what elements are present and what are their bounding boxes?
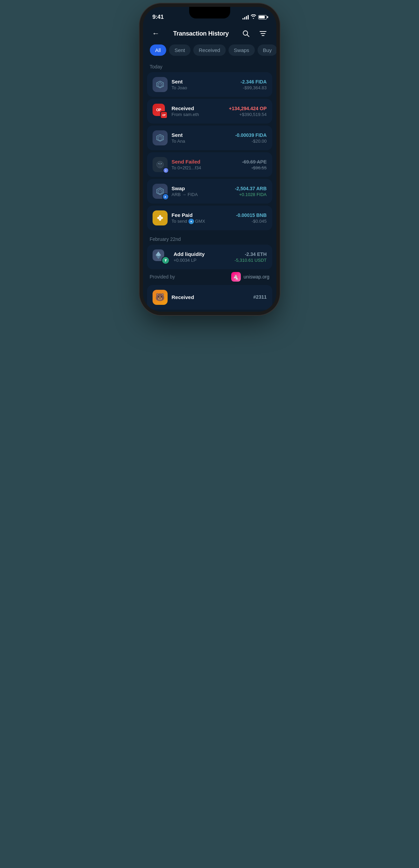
tab-swaps[interactable]: Swaps [228, 44, 255, 56]
uniswap-icon: 🦄 [231, 272, 241, 282]
svg-marker-30 [156, 251, 161, 257]
transaction-item[interactable]: Sent To Ana -0.00039 FIDA -$20.00 [147, 126, 272, 150]
tx-amounts: -2,504.37 ARB +0.1028 FIDA [235, 186, 267, 197]
tx-amount-primary: #2311 [253, 294, 267, 300]
fida-icon [153, 77, 168, 92]
tx-info: Sent To Ana [172, 132, 231, 144]
search-button[interactable] [240, 27, 252, 40]
tx-info: Sent To Joao [172, 79, 237, 90]
tx-amount-secondary: -$20.00 [235, 139, 267, 144]
transaction-item[interactable]: OP OP Received From sam.eth +134,294.424… [147, 99, 272, 124]
tx-amount-primary: -69.69 APE [242, 159, 267, 165]
tx-title: Received [172, 105, 225, 111]
tx-info: Received From sam.eth [172, 105, 225, 117]
tx-title: Swap [172, 185, 231, 191]
tx-subtitle: ARB → FIDA [172, 192, 231, 197]
battery-icon [258, 15, 267, 20]
section-february: February 22nd [143, 234, 276, 245]
tx-info: Send Failed To 0×2f21...f34 [172, 159, 238, 170]
tx-amount-primary: -0.00039 FIDA [235, 132, 267, 138]
arb-badge-icon: A [162, 193, 169, 200]
tx-subtitle: To 0×2f21...f34 [172, 165, 238, 170]
tx-icon-bnb [153, 210, 168, 225]
tx-amount-secondary: +$390,519.54 [229, 112, 266, 117]
tx-subtitle: To Ana [172, 139, 231, 144]
op-small-icon: OP [160, 111, 168, 119]
tx-amounts: #2311 [253, 294, 267, 300]
tx-title: Add liquidity [174, 251, 231, 257]
tx-amounts: -2.34 ETH -5,310.61 USDT [235, 251, 267, 263]
provided-by-service[interactable]: 🦄 uniswap.org [231, 272, 270, 282]
tab-all[interactable]: All [150, 44, 167, 56]
transaction-item[interactable]: Ξ Send Failed To 0×2f21...f34 -69.69 APE… [147, 152, 272, 177]
tx-amounts: -69.69 APE -$96.55 [242, 159, 267, 170]
tx-info: Add liquidity +0.0034 LP [174, 251, 231, 263]
transaction-item[interactable]: ₮ Add liquidity +0.0034 LP -2.34 ETH -5,… [147, 245, 272, 269]
transaction-item-nft[interactable]: 🐻 Received #2311 [147, 285, 272, 310]
tx-icon-fida-sent2 [153, 130, 168, 145]
tx-amount-secondary: -$0.045 [236, 219, 267, 224]
fida-icon [153, 130, 168, 145]
service-name: uniswap.org [244, 274, 270, 280]
tx-amount-primary: -0.00015 BNB [236, 212, 267, 218]
phone-frame: 9:41 ← Transaction His [143, 7, 276, 312]
transaction-item[interactable]: A Swap ARB → FIDA -2,504.37 ARB +0.1028 … [147, 179, 272, 204]
tx-icon-ape-failed: Ξ [153, 157, 168, 172]
tx-info: Swap ARB → FIDA [172, 185, 231, 197]
tx-amounts: -0.00015 BNB -$0.045 [236, 212, 267, 224]
status-icons [243, 14, 267, 20]
tx-amount-primary: -2,504.37 ARB [235, 186, 267, 191]
transaction-list-today: Sent To Joao -2.346 FIDA -$99,364.83 OP … [143, 72, 276, 230]
tx-amount-secondary: -$99,364.83 [240, 85, 266, 90]
tx-amounts: -0.00039 FIDA -$20.00 [235, 132, 267, 144]
tx-subtitle: To Joao [172, 85, 237, 90]
tx-icon-op-received: OP OP [153, 104, 168, 119]
filter-tabs: All Sent Received Swaps Buy Se… [143, 44, 276, 61]
tx-icon-fida-sent [153, 77, 168, 92]
wifi-icon [251, 14, 256, 20]
tab-received[interactable]: Received [193, 44, 226, 56]
tx-title: Sent [172, 132, 231, 138]
back-button[interactable]: ← [150, 27, 162, 40]
signal-icon [243, 15, 249, 20]
search-icon [242, 30, 250, 37]
tab-sent[interactable]: Sent [169, 44, 191, 56]
provided-by-section: Provided by 🦄 uniswap.org [143, 269, 276, 283]
svg-line-1 [247, 35, 249, 37]
tx-icon-arb-swap: A [153, 184, 168, 199]
notch [189, 7, 230, 18]
tx-title: Sent [172, 79, 237, 85]
filter-icon [259, 30, 267, 37]
svg-point-18 [161, 163, 162, 164]
tx-amounts: -2.346 FIDA -$99,364.83 [240, 79, 266, 90]
nft-icon: 🐻 [153, 290, 168, 305]
tx-subtitle: From sam.eth [172, 112, 225, 117]
tx-subtitle: To send ▲ GMX [172, 219, 232, 224]
tx-amount-primary: -2.34 ETH [235, 251, 267, 257]
svg-point-17 [158, 163, 159, 164]
tx-title: Received [172, 294, 249, 300]
filter-button[interactable] [257, 27, 269, 40]
tx-amount-secondary: -5,310.61 USDT [235, 258, 267, 263]
provided-by-label: Provided by [150, 274, 175, 280]
tx-subtitle: +0.0034 LP [174, 258, 231, 263]
bnb-icon [153, 210, 168, 225]
tether-badge-icon: ₮ [161, 256, 170, 264]
page-title: Transaction History [173, 30, 228, 37]
gmx-icon: ▲ [188, 219, 194, 224]
tx-amount-primary: +134,294.424 OP [229, 106, 266, 111]
tx-info: Fee Paid To send ▲ GMX [172, 212, 232, 224]
transaction-item[interactable]: Sent To Joao -2.346 FIDA -$99,364.83 [147, 72, 272, 97]
tx-icon-eth-tether: ₮ [153, 249, 170, 264]
tx-amount-primary: -2.346 FIDA [240, 79, 266, 85]
tx-title-failed: Send Failed [172, 159, 238, 165]
transaction-list-feb: ₮ Add liquidity +0.0034 LP -2.34 ETH -5,… [143, 245, 276, 269]
tab-buy[interactable]: Buy [258, 44, 276, 56]
tx-info: Received [172, 294, 249, 301]
gmx-label: GMX [195, 219, 205, 224]
tx-title: Fee Paid [172, 212, 232, 218]
op-badge-container: OP OP [153, 104, 168, 119]
tx-amount-secondary: +0.1028 FIDA [235, 192, 267, 197]
svg-point-16 [159, 163, 161, 165]
transaction-item[interactable]: Fee Paid To send ▲ GMX -0.00015 BNB -$0.… [147, 206, 272, 230]
